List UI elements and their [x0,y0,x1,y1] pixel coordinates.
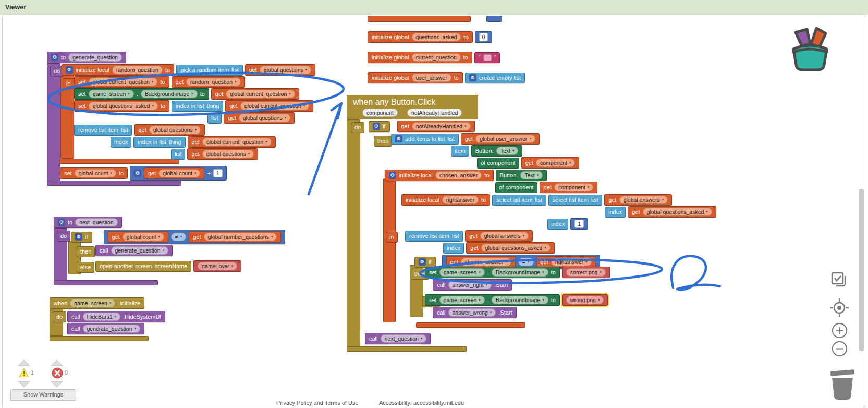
block-ctrl[interactable]: ⚙if [369,121,390,132]
dropdown-field[interactable]: global answers▾ [619,196,668,204]
block-body-vars[interactable] [368,16,471,22]
dropdown-field[interactable]: generate_question▾ [83,325,141,333]
show-warnings-button[interactable]: Show Warnings [10,389,76,401]
dropdown-field[interactable]: global questions▾ [149,126,201,134]
number-field[interactable]: 1 [574,220,584,228]
mutator-gear-icon[interactable]: ⚙ [134,170,141,177]
dropdown-field[interactable]: global number_questions▾ [204,233,277,241]
block-ctrl[interactable]: ⚙if [71,232,92,243]
init-global-current-question[interactable]: initialize globalcurrent_questionto“” [368,52,524,65]
block-ctrl[interactable]: do [351,122,364,133]
block-vars[interactable]: setglobal count▾to [60,167,128,179]
block-lists[interactable]: pick a random itemlist [176,65,242,76]
dropdown-field[interactable]: global questions▾ [202,150,254,158]
block-comp[interactable]: setgame_screen▾.BackgroundImage▾to [425,267,560,278]
name-field[interactable]: questions_asked [412,33,461,41]
block-ctrl[interactable]: then [374,136,392,147]
trash-icon[interactable] [828,365,857,403]
dropdown-field[interactable]: global current_question▾ [240,102,310,110]
dropdown-field[interactable]: global questions▾ [260,66,311,74]
dropdown-field[interactable]: game_screen▾ [439,296,485,304]
dropdown-field[interactable]: answer_wrong▾ [448,308,496,317]
block-math[interactable]: getglobal count▾≠▾getglobal number_quest… [104,230,286,244]
block-ctrl[interactable]: do [53,311,66,322]
name-field[interactable]: current_question [412,53,461,62]
dropdown-field[interactable]: Text▾ [496,147,519,155]
block-lists[interactable]: ⚙add items to listlist [391,134,459,145]
procedure-generate-question[interactable]: ⚙togenerate_questiondo⚙initialize localr… [47,52,331,188]
block-body-ctrl[interactable] [347,119,360,350]
block-ctrl[interactable]: whengame_screen▾.Initialize [50,297,144,309]
block-comp[interactable]: setgame_screen▾.BackgroundImage▾to [74,88,209,100]
dropdown-field[interactable]: random_question▾ [186,78,241,86]
block-asset[interactable]: correct.png▾ [562,267,610,278]
dropdown-field[interactable]: component▾ [554,183,593,191]
dropdown-field[interactable]: global questions_asked▾ [643,208,712,216]
block-lists[interactable]: index in listthing [172,101,223,112]
dropdown-field[interactable]: wrong.png▾ [566,296,604,304]
dropdown-field[interactable]: Text▾ [520,171,543,179]
block-lists[interactable]: select list itemlist [492,195,546,206]
block-lists[interactable]: index [605,207,626,218]
dropdown-field[interactable]: answer_right▾ [448,281,492,289]
block-lists[interactable]: select list itemlist [548,195,603,206]
dropdown-field[interactable]: global questions▾ [239,114,290,122]
block-vars[interactable]: getglobal count▾ [144,167,204,179]
block-vars[interactable]: getglobal answers▾ [465,230,533,242]
block-comp[interactable]: of component [495,182,537,193]
name-field[interactable]: chosen_answer [435,171,482,179]
number-field[interactable]: 1 [213,169,223,177]
block-lists[interactable]: index [111,137,131,148]
block-lists[interactable]: index [443,243,464,254]
block-ctrl[interactable]: ⚙if [414,257,436,268]
number-field[interactable]: 0 [479,33,488,41]
dropdown-field[interactable]: global count▾ [158,169,200,177]
block-lists[interactable]: list [207,113,222,124]
block-proc[interactable]: callHideBars1▾.HideSystemUI [67,311,165,322]
dropdown-field[interactable]: global current_question▾ [202,138,272,146]
block-vars[interactable]: getglobal current_question▾ [211,88,299,100]
dropdown-field[interactable]: global questions_asked▾ [89,102,158,110]
dropdown-field[interactable]: BackgroundImage▾ [141,90,198,98]
block-vars[interactable]: getglobal count▾ [108,231,168,243]
dropdown-field[interactable]: HideBars1▾ [83,313,121,321]
dropdown-field[interactable]: =▾ [518,258,534,266]
block-vars[interactable]: getglobal questions_asked▾ [628,206,716,218]
block-lists[interactable]: item [451,146,469,157]
mutator-gear-icon[interactable]: ⚙ [75,233,82,241]
block-vars[interactable]: initialize globaluser_answerto [368,72,463,83]
block-vars[interactable]: getglobal questions_asked▾ [466,242,555,254]
block-lists[interactable]: index [547,219,568,230]
procedure-next-question[interactable]: ⚙tonext_questiondo⚙ifgetglobal count▾≠▾g… [54,217,299,287]
name-field[interactable]: component [362,109,398,117]
block-proc[interactable]: callanswer_right▾.Start [433,279,512,291]
name-field[interactable]: random_question [112,66,163,74]
block-ctrl[interactable]: else [77,262,94,273]
block-vars[interactable]: getglobal questions▾ [134,124,205,136]
block-math[interactable]: 1 [570,218,588,230]
dropdown-field[interactable]: global answers▾ [480,232,529,240]
dropdown-field[interactable]: game_screen▾ [89,90,134,98]
block-vars[interactable]: getglobal questions▾ [245,64,316,76]
dropdown-field[interactable]: notAlreadyHandled▾ [412,122,471,130]
block-proc[interactable]: callnext_question▾ [365,333,431,344]
event-any-button-click[interactable]: when any Button.ClickcomponentnotAlready… [347,95,764,353]
block-body-proc[interactable] [54,280,158,285]
block-body-vars[interactable] [59,159,179,164]
block-ctrl[interactable]: then [77,246,95,257]
block-vars[interactable]: getrandom_question▾ [172,76,245,88]
dropdown-field[interactable]: game_screen▾ [70,299,115,307]
block-vars[interactable]: getglobal questions▾ [224,112,295,124]
mutator-gear-icon[interactable]: ⚙ [395,135,402,142]
dropdown-field[interactable]: BackgroundImage▾ [492,268,548,277]
block-ctrl[interactable]: open another screenscreenName [95,261,191,272]
block-vars[interactable]: getrightanswer▾ [536,256,596,268]
block-proc[interactable]: ⚙togenerate_question [47,52,126,63]
mutator-gear-icon[interactable]: ⚙ [389,172,396,179]
dropdown-field[interactable]: global count▾ [123,233,164,241]
mutator-gear-icon[interactable]: ⚙ [373,123,380,130]
dropdown-field[interactable]: next_question▾ [381,334,427,343]
name-field[interactable]: next_question [75,218,117,226]
warnings-down-arrow[interactable] [18,380,30,390]
backpack-icon[interactable] [786,26,833,75]
